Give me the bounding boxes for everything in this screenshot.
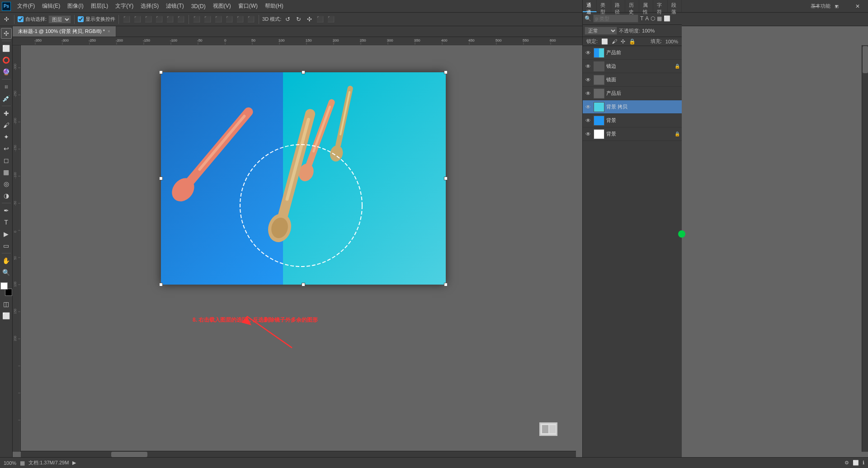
menu-layer[interactable]: 图层(L) (87, 0, 112, 12)
active-tab[interactable]: 未标题-1 @ 100% (背景 拷贝, RGB/8) * × (13, 26, 116, 37)
layer-visibility-0[interactable]: 👁 (585, 49, 592, 56)
blend-mode-select[interactable]: 正常 溶解 正片叠底 (585, 27, 617, 35)
screen-mode-icon[interactable]: ⬜ (1, 310, 12, 321)
path-select-tool[interactable]: ▶ (1, 229, 12, 239)
panel-expand-handle[interactable] (678, 230, 685, 238)
layer-visibility-2[interactable]: 👁 (585, 76, 592, 84)
bottom-info-icon[interactable]: ℹ (863, 460, 864, 466)
layer-item-0[interactable]: 👁 产品前 (583, 46, 682, 60)
canvas-handle-bc[interactable] (302, 283, 305, 286)
distribute-center-h-icon[interactable]: ⬛ (203, 15, 212, 24)
layer-item-4[interactable]: 👁 背景 拷贝 (583, 100, 682, 114)
show-transform-checkbox[interactable] (78, 16, 84, 22)
lock-all-icon[interactable]: 🔒 (629, 38, 636, 45)
filter-pixel-icon[interactable]: ▦ (657, 15, 662, 22)
maximize-button[interactable]: □ (826, 0, 847, 13)
panel-tab-char[interactable]: 字符 (653, 0, 667, 12)
eraser-tool[interactable]: ◻ (1, 155, 12, 166)
3d-roll-icon[interactable]: ↻ (294, 15, 303, 24)
lock-move-icon[interactable]: ✣ (621, 38, 625, 45)
layer-item-1[interactable]: 👁 镜边 🔒 (583, 60, 682, 73)
filter-smart-icon[interactable]: ⬜ (664, 15, 670, 22)
auto-select-checkbox[interactable] (18, 16, 24, 22)
clone-tool[interactable]: ✦ (1, 131, 12, 142)
pen-tool[interactable]: ✒ (1, 205, 12, 216)
menu-3d[interactable]: 3D(D) (188, 1, 209, 11)
healing-tool[interactable]: ✚ (1, 108, 12, 119)
bottom-settings-icon[interactable]: ⚙ (844, 460, 849, 466)
shape-tool[interactable]: ▭ (1, 240, 12, 251)
gradient-tool[interactable]: ▦ (1, 167, 12, 178)
panel-tab-properties[interactable]: 属性 (639, 0, 653, 12)
align-left-icon[interactable]: ⬛ (122, 15, 131, 24)
panel-tab-paths[interactable]: 路径 (611, 0, 625, 12)
menu-help[interactable]: 帮助(H) (261, 0, 287, 12)
canvas-handle-tc[interactable] (302, 70, 305, 74)
horizontal-scrollbar-thumb[interactable] (111, 452, 147, 457)
vertical-scrollbar-thumb[interactable] (863, 46, 868, 73)
vertical-scrollbar[interactable] (862, 45, 868, 452)
text-tool[interactable]: T (1, 217, 12, 228)
horizontal-scrollbar[interactable] (21, 451, 576, 457)
filter-shape-icon[interactable]: ⬡ (651, 15, 655, 22)
menu-image[interactable]: 图像(I) (64, 0, 87, 12)
background-color-swatch[interactable] (5, 289, 12, 296)
zoom-tool[interactable]: 🔍 (1, 267, 12, 278)
layer-visibility-1[interactable]: 👁 (585, 63, 592, 70)
lasso-tool[interactable]: ⭕ (1, 55, 12, 66)
layer-visibility-6[interactable]: 👁 (585, 131, 592, 138)
move-tool-icon[interactable]: ✣ (2, 15, 11, 24)
doc-size-arrow[interactable]: ▶ (72, 460, 76, 466)
3d-pan-icon[interactable]: ✣ (305, 15, 314, 24)
minimize-button[interactable]: — (806, 0, 826, 13)
align-center-h-icon[interactable]: ⬛ (133, 15, 142, 24)
quick-mask-icon[interactable]: ◫ (1, 299, 12, 309)
align-top-icon[interactable]: ⬛ (155, 15, 164, 24)
history-brush-tool[interactable]: ↩ (1, 143, 12, 154)
bottom-arrange-icon[interactable]: ⬜ (853, 460, 859, 466)
canvas-handle-bl[interactable] (159, 283, 163, 286)
canvas-handle-tr[interactable] (444, 70, 448, 74)
layer-visibility-4[interactable]: 👁 (585, 103, 592, 111)
menu-file[interactable]: 文件(F) (14, 0, 38, 12)
brush-tool[interactable]: 🖌 (1, 120, 12, 131)
panel-tab-history[interactable]: 历史 (625, 0, 639, 12)
marquee-tool[interactable]: ⬜ (1, 43, 12, 54)
layer-visibility-5[interactable]: 👁 (585, 117, 592, 124)
distribute-bottom-icon[interactable]: ⬛ (246, 15, 255, 24)
close-button[interactable]: ✕ (847, 0, 868, 13)
color-swatches[interactable] (0, 282, 12, 296)
layer-search-input[interactable] (593, 14, 638, 23)
dodge-tool[interactable]: ◑ (1, 190, 12, 201)
blur-tool[interactable]: ◎ (1, 178, 12, 189)
distribute-left-icon[interactable]: ⬛ (192, 15, 201, 24)
menu-window[interactable]: 窗口(W) (235, 0, 261, 12)
panel-tab-channels[interactable]: 通道 (583, 0, 597, 12)
menu-view[interactable]: 视图(V) (209, 0, 235, 12)
lock-transparent-icon[interactable]: ⬜ (601, 38, 608, 45)
distribute-right-icon[interactable]: ⬛ (214, 15, 223, 24)
layer-item-6[interactable]: 👁 背景 🔒 (583, 127, 682, 141)
menu-filter[interactable]: 滤镜(T) (162, 0, 187, 12)
lock-brush-icon[interactable]: 🖌 (612, 38, 617, 45)
canvas-handle-mr[interactable] (444, 177, 448, 180)
panel-tab-para[interactable]: 段落 (668, 0, 682, 12)
menu-select[interactable]: 选择(S) (137, 0, 162, 12)
crop-tool[interactable]: ⌗ (1, 81, 12, 92)
canvas-handle-ml[interactable] (159, 177, 163, 180)
eyedropper-tool[interactable]: 💉 (1, 93, 12, 104)
distribute-top-icon[interactable]: ⬛ (225, 15, 234, 24)
filter-type-icon[interactable]: T (640, 15, 643, 22)
tab-close-button[interactable]: × (108, 29, 110, 34)
canvas-handle-br[interactable] (444, 283, 448, 286)
3d-scale-icon[interactable]: ⬛ (326, 15, 335, 24)
menu-text[interactable]: 文字(Y) (112, 0, 137, 12)
foreground-color-swatch[interactable] (0, 282, 8, 290)
auto-select-dropdown[interactable]: 图层 组 (48, 15, 71, 23)
align-bottom-icon[interactable]: ⬛ (176, 15, 185, 24)
hand-tool[interactable]: ✋ (1, 255, 12, 266)
align-middle-icon[interactable]: ⬛ (165, 15, 175, 24)
align-right-icon[interactable]: ⬛ (144, 15, 153, 24)
layer-item-3[interactable]: 👁 产品后 (583, 87, 682, 100)
canvas-area[interactable]: 8. 右击载入图层的选区，反选删除镜子外多余的图形 (21, 45, 582, 452)
